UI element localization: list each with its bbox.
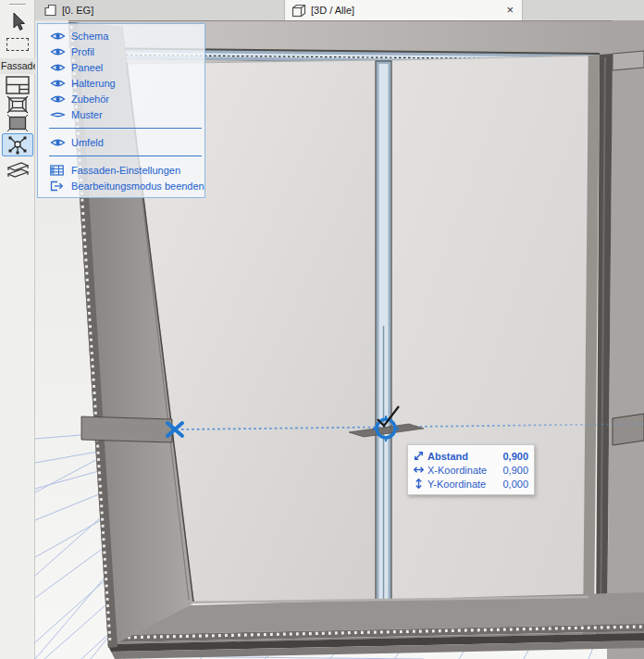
vis-item-label: Profil [71,46,94,57]
eye-open-icon [50,78,66,89]
vis-item-label: Schema [71,31,108,42]
toolbar-handle[interactable] [9,4,26,6]
tab-label: [3D / Alle] [311,5,354,16]
coordinate-tracker: Abstand 0,900 X-Koordinate 0,900 Y-Koord… [407,444,535,495]
vis-item-schema[interactable]: Schema [38,28,204,44]
tab-3d-view[interactable]: [3D / Alle] × [284,0,523,20]
tracker-row-distance: Abstand 0,900 [413,449,528,463]
vis-item-zubehoer[interactable]: Zubehör [38,91,204,106]
marquee-icon [6,38,29,51]
tab-label: [0. EG] [62,5,93,16]
marquee-tool-button[interactable] [3,36,32,53]
floor-plan-icon [43,4,57,17]
eye-open-icon [50,46,66,57]
vis-item-label: Muster [71,109,103,120]
junction-icon [6,134,30,155]
tracker-label: Abstand [427,451,502,462]
vis-item-label: Umfeld [71,137,104,148]
scheme-tool-button[interactable] [3,76,32,94]
panel-separator [49,155,202,156]
panel-tool-button[interactable] [3,114,32,131]
frame-icon [6,95,29,114]
panel-separator [49,128,202,129]
facade-settings-item[interactable]: Fassaden-Einstellungen [38,162,204,178]
cursor-arrow-icon [8,12,27,32]
eye-open-icon [50,62,66,73]
exit-icon [50,180,66,192]
settings-table-icon [50,165,66,176]
3d-view-icon [291,4,306,18]
accessory-tool-button[interactable] [3,160,32,180]
tracker-value[interactable]: 0,000 [502,479,528,490]
tab-bar: [0. EG] [3D / Alle] × [35,0,644,20]
junction-tool-button[interactable] [2,133,33,156]
tracker-row-y: Y-Koordinate 0,000 [413,477,528,491]
tracker-label: X-Koordinate [427,465,502,476]
layers-icon [6,161,30,180]
left-toolbar: Fassade [0,0,35,659]
horizontal-arrow-icon [413,464,427,476]
vis-item-label: Zubehör [71,93,109,105]
vis-item-umfeld[interactable]: Umfeld [38,134,204,150]
tracker-label: Y-Koordinate [427,479,502,490]
vis-item-paneel[interactable]: Paneel [38,59,204,75]
vis-item-label: Paneel [71,62,103,73]
vis-item-halterung[interactable]: Halterung [38,75,204,91]
eye-open-icon [50,31,66,42]
tracker-value[interactable]: 0,900 [502,465,528,476]
arrow-tool-button[interactable] [3,11,32,33]
facade-settings-label: Fassaden-Einstellungen [71,165,180,176]
toolbar-group-label-fassade: Fassade [0,58,35,74]
exit-edit-mode-item[interactable]: Bearbeitungsmodus beenden [38,178,204,193]
eye-open-icon [50,137,66,148]
tracker-value[interactable]: 0,900 [502,451,528,462]
eye-closed-icon [50,109,66,120]
panel-icon [6,114,29,132]
eye-open-icon [50,93,66,105]
scheme-grid-icon [6,76,30,94]
vertical-arrow-icon [413,478,427,490]
vis-item-muster[interactable]: Muster [38,106,204,122]
vis-item-label: Halterung [71,78,116,89]
vis-item-profil[interactable]: Profil [38,44,204,59]
close-tab-icon[interactable]: × [506,3,514,17]
exit-edit-mode-label: Bearbeitungsmodus beenden [71,180,204,192]
frame-tool-button[interactable] [3,95,32,113]
app-window: Fassade [0,0,644,659]
visibility-panel: Schema Profil Paneel Halterung Zubehör M… [37,23,205,198]
tab-floor-plan[interactable]: [0. EG] [35,0,93,20]
diagonal-arrow-icon [413,450,427,462]
tracker-row-x: X-Koordinate 0,900 [413,463,528,477]
